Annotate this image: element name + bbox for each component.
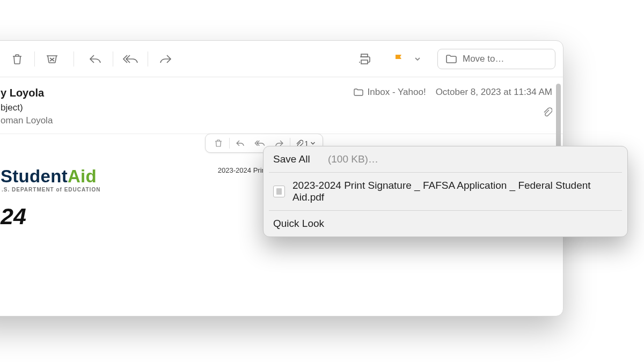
flag-control[interactable] (388, 53, 426, 65)
main-toolbar: Move to… (0, 41, 563, 77)
logo-subtitle: .S. DEPARTMENT of EDUCATION (2, 187, 100, 193)
from-name: y Loyola (1, 87, 44, 99)
move-to-label: Move to… (463, 54, 504, 64)
message-date: October 8, 2023 at 11:34 AM (436, 87, 552, 98)
trash-button[interactable] (3, 48, 31, 70)
toolbar-separator (74, 51, 74, 67)
attachment-dropdown: Save All (100 KB)… 2023-2024 Print Signa… (263, 146, 628, 237)
mini-trash-button[interactable] (209, 136, 228, 151)
forward-button[interactable] (151, 48, 179, 70)
logo-word-aid: Aid (68, 166, 97, 187)
mini-reply-button[interactable] (231, 136, 250, 151)
document-icon (273, 186, 285, 197)
attachment-filename: 2023-2024 Print Signature _ FAFSA Applic… (292, 180, 618, 203)
toolbar-separator (148, 51, 148, 67)
toolbar-separator (113, 51, 113, 67)
attachment-item[interactable]: 2023-2024 Print Signature _ FAFSA Applic… (264, 173, 627, 210)
mailbox-name: Inbox - Yahoo! (368, 87, 426, 98)
save-all-label: Save All (273, 153, 310, 165)
junk-button[interactable] (38, 48, 66, 70)
quick-look-item[interactable]: Quick Look (264, 211, 627, 237)
folder-icon (445, 54, 457, 64)
logo-word-student: Student (1, 166, 68, 187)
scrollbar[interactable] (556, 84, 561, 148)
flag-icon (388, 53, 409, 65)
save-all-item[interactable]: Save All (100 KB)… (264, 146, 627, 172)
attachment-indicator-icon[interactable] (541, 106, 552, 117)
quick-look-label: Quick Look (273, 218, 324, 230)
reply-button[interactable] (82, 48, 109, 70)
svg-rect-2 (361, 60, 368, 64)
reply-all-button[interactable] (116, 48, 144, 70)
mailbox-indicator[interactable]: Inbox - Yahoo! (354, 87, 426, 98)
save-all-size: (100 KB)… (328, 153, 378, 165)
to-line: oman Loyola (1, 115, 552, 126)
toolbar-separator (34, 51, 35, 67)
move-to-button[interactable]: Move to… (437, 49, 555, 69)
message-header: y Loyola Inbox - Yahoo! October 8, 2023 … (0, 77, 563, 134)
subject-line: bject) (1, 102, 552, 113)
chevron-down-icon[interactable] (409, 55, 426, 63)
print-button[interactable] (350, 48, 378, 70)
